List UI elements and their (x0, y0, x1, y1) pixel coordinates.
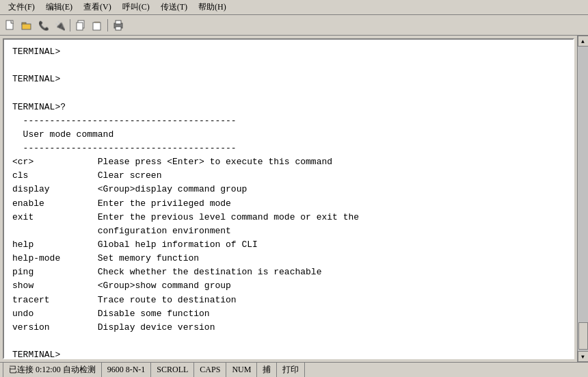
main-area: TERMINAL> TERMINAL> TERMINAL>? ---------… (0, 36, 588, 362)
toolbar: 📞 🔌 (0, 15, 588, 36)
menu-view[interactable]: 查看(V) (78, 0, 117, 14)
copy-button[interactable] (73, 18, 88, 33)
new-doc-icon (5, 20, 16, 31)
open-button[interactable] (19, 18, 34, 33)
menubar: 文件(F) 编辑(E) 查看(V) 呼叫(C) 传送(T) 帮助(H) (0, 0, 588, 15)
print-icon (113, 20, 124, 31)
disconnect-button[interactable]: 🔌 (52, 18, 67, 33)
open-icon (21, 20, 32, 31)
terminal-text: TERMINAL> TERMINAL> TERMINAL>? ---------… (12, 45, 565, 358)
paste-button[interactable] (90, 18, 105, 33)
scroll-up-button[interactable]: ▲ (578, 36, 589, 47)
status-baud: 9600 8-N-1 (102, 363, 152, 377)
status-num: NUM (226, 363, 257, 377)
status-caps: CAPS (194, 363, 226, 377)
svg-rect-10 (116, 21, 121, 24)
svg-text:🔌: 🔌 (55, 20, 65, 31)
svg-rect-8 (93, 23, 101, 30)
dial-button[interactable]: 📞 (36, 18, 51, 33)
terminal-output: TERMINAL> TERMINAL> TERMINAL>? ---------… (4, 40, 573, 358)
menu-transfer[interactable]: 传送(T) (155, 0, 193, 14)
disconnect-icon: 🔌 (54, 20, 65, 31)
copy-icon (75, 20, 86, 31)
terminal-window[interactable]: TERMINAL> TERMINAL> TERMINAL>? ---------… (3, 38, 574, 359)
new-button[interactable] (3, 18, 18, 33)
separator-1 (70, 19, 70, 31)
scroll-track[interactable] (578, 47, 588, 351)
svg-rect-11 (116, 27, 121, 30)
menu-help[interactable]: 帮助(H) (193, 0, 232, 14)
scrollbar[interactable]: ▲ ▼ (577, 36, 588, 362)
menu-call[interactable]: 呼叫(C) (117, 0, 155, 14)
status-scroll: SCROLL (151, 363, 194, 377)
print-button[interactable] (111, 18, 126, 33)
menu-edit[interactable]: 编辑(E) (40, 0, 78, 14)
scroll-down-button[interactable]: ▼ (578, 351, 589, 362)
paste-icon (92, 20, 103, 31)
status-connection: 已连接 0:12:00 自动检测 (3, 363, 102, 377)
status-print: 打印 (277, 363, 305, 377)
phone-icon: 📞 (38, 20, 49, 31)
statusbar: 已连接 0:12:00 自动检测 9600 8-N-1 SCROLL CAPS … (0, 362, 588, 377)
svg-rect-6 (77, 23, 83, 30)
svg-text:📞: 📞 (38, 20, 49, 31)
status-capture: 捕 (257, 363, 277, 377)
menu-file[interactable]: 文件(F) (3, 0, 40, 14)
separator-2 (107, 19, 108, 31)
scroll-thumb[interactable] (578, 322, 588, 350)
svg-rect-2 (22, 24, 31, 29)
